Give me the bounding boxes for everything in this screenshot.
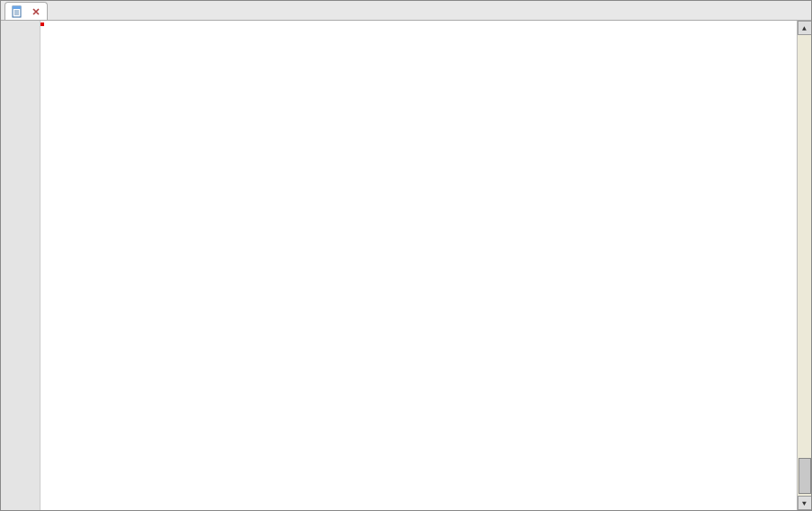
code-viewport[interactable] bbox=[41, 21, 797, 510]
editor-window: ▲ ▼ bbox=[0, 0, 812, 511]
scroll-track[interactable] bbox=[798, 35, 812, 496]
gutter bbox=[1, 21, 41, 510]
scroll-up-button[interactable]: ▲ bbox=[798, 21, 812, 35]
close-icon[interactable] bbox=[31, 6, 41, 17]
svg-rect-1 bbox=[13, 6, 21, 9]
highlight-box bbox=[41, 22, 44, 26]
code-content[interactable] bbox=[41, 21, 797, 22]
scroll-down-button[interactable]: ▼ bbox=[798, 496, 812, 510]
editor-area: ▲ ▼ bbox=[1, 21, 811, 510]
vertical-scrollbar[interactable]: ▲ ▼ bbox=[797, 21, 811, 510]
file-tab[interactable] bbox=[5, 2, 48, 20]
document-icon bbox=[11, 5, 23, 18]
tab-bar bbox=[1, 1, 811, 21]
scroll-thumb[interactable] bbox=[798, 458, 811, 494]
